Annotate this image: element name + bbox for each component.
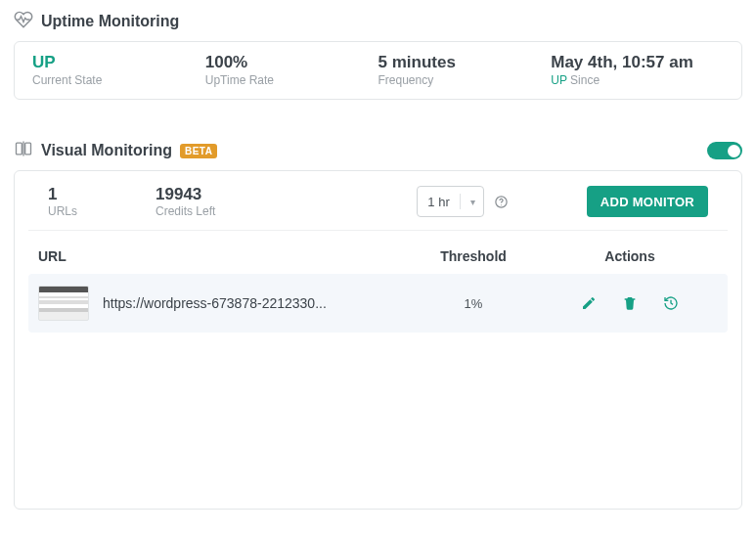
col-url: URL bbox=[38, 248, 405, 264]
uptime-state-label: Current State bbox=[32, 73, 205, 87]
uptime-rate: 100% UpTime Rate bbox=[205, 52, 378, 87]
uptime-rate-value: 100% bbox=[205, 52, 378, 72]
uptime-since-prefix: UP bbox=[551, 73, 566, 87]
uptime-header: Uptime Monitoring bbox=[14, 10, 742, 33]
svg-point-4 bbox=[501, 204, 502, 205]
table-row: https://wordpress-673878-2212330... 1% bbox=[28, 274, 728, 333]
chevron-down-icon: ▾ bbox=[470, 197, 475, 207]
visual-credits-label: Credits Left bbox=[156, 204, 215, 218]
visual-card: 1 URLs 19943 Credits Left 1 hr ▾ ADD MON… bbox=[14, 170, 742, 510]
edit-icon[interactable] bbox=[581, 295, 597, 311]
visual-header: Visual Monitoring BETA bbox=[14, 139, 742, 162]
threshold-value: 1% bbox=[405, 296, 542, 311]
interval-select-value: 1 hr bbox=[427, 195, 449, 209]
interval-select[interactable]: 1 hr ▾ bbox=[417, 186, 483, 217]
select-divider bbox=[460, 194, 461, 209]
mirror-icon bbox=[14, 139, 33, 162]
visual-urls-value: 1 bbox=[48, 185, 77, 204]
delete-icon[interactable] bbox=[622, 295, 638, 311]
visual-credits-metric: 19943 Credits Left bbox=[156, 185, 215, 218]
history-icon[interactable] bbox=[663, 295, 679, 311]
uptime-card: UP Current State 100% UpTime Rate 5 minu… bbox=[14, 41, 742, 100]
col-actions: Actions bbox=[542, 248, 718, 264]
uptime-frequency: 5 minutes Frequency bbox=[378, 52, 552, 87]
visual-credits-value: 19943 bbox=[156, 185, 215, 204]
uptime-state-value: UP bbox=[32, 52, 205, 72]
uptime-state: UP Current State bbox=[32, 52, 205, 87]
visual-title: Visual Monitoring bbox=[41, 142, 172, 159]
uptime-since-text: Since bbox=[570, 73, 600, 87]
visual-table: URL Threshold Actions https://wordpress-… bbox=[15, 231, 741, 509]
table-header: URL Threshold Actions bbox=[28, 244, 728, 274]
url-text: https://wordpress-673878-2212330... bbox=[103, 295, 405, 311]
visual-interval-group: 1 hr ▾ ADD MONITOR bbox=[417, 186, 708, 217]
uptime-since-value: May 4th, 10:57 am bbox=[551, 52, 724, 72]
uptime-since: May 4th, 10:57 am UP Since bbox=[551, 52, 724, 87]
uptime-title: Uptime Monitoring bbox=[41, 13, 179, 30]
svg-rect-1 bbox=[25, 143, 31, 155]
heartbeat-icon bbox=[14, 10, 33, 33]
uptime-rate-label: UpTime Rate bbox=[205, 73, 378, 87]
col-threshold: Threshold bbox=[405, 248, 542, 264]
add-monitor-button[interactable]: ADD MONITOR bbox=[587, 186, 708, 217]
svg-rect-0 bbox=[17, 143, 22, 155]
url-thumbnail[interactable] bbox=[38, 286, 89, 321]
visual-urls-metric: 1 URLs bbox=[48, 185, 77, 218]
help-icon[interactable] bbox=[494, 195, 509, 209]
uptime-freq-value: 5 minutes bbox=[378, 52, 552, 72]
row-actions bbox=[542, 295, 718, 311]
visual-urls-label: URLs bbox=[48, 204, 77, 218]
visual-toggle[interactable] bbox=[707, 142, 742, 159]
uptime-freq-label: Frequency bbox=[378, 73, 552, 87]
beta-badge: BETA bbox=[180, 144, 217, 158]
uptime-since-label: UP Since bbox=[551, 73, 724, 87]
visual-top-bar: 1 URLs 19943 Credits Left 1 hr ▾ ADD MON… bbox=[28, 171, 728, 231]
